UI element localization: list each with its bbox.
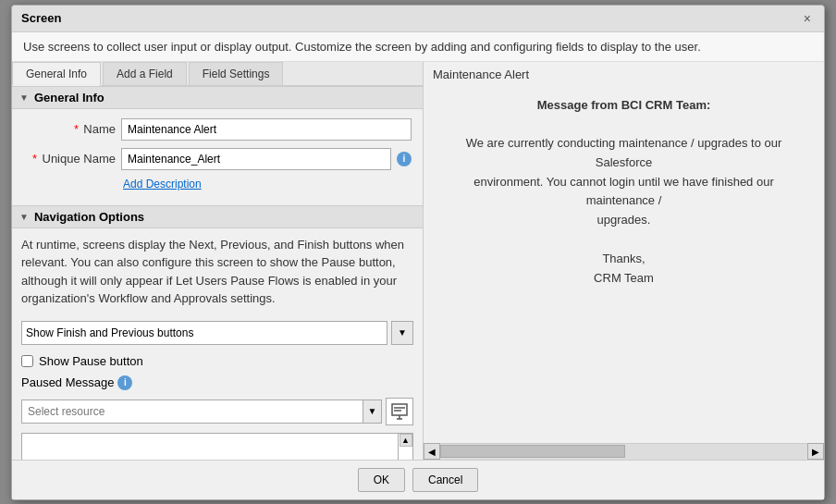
left-panel: General Info Add a Field Field Settings … xyxy=(12,62,424,460)
screen-dialog: Screen × Use screens to collect user inp… xyxy=(11,5,825,500)
text-area-box: ▲ ▼ xyxy=(21,433,413,460)
unique-name-label: * Unique Name xyxy=(23,152,116,166)
close-button[interactable]: × xyxy=(800,11,815,26)
tab-field-settings[interactable]: Field Settings xyxy=(189,62,284,85)
resource-input[interactable] xyxy=(22,400,363,423)
horizontal-scrollbar: ◀ ▶ xyxy=(424,443,824,460)
dialog-body: General Info Add a Field Field Settings … xyxy=(12,62,824,460)
paused-message-label-row: Paused Message i xyxy=(12,372,423,394)
text-area-row: ▲ ▼ xyxy=(12,429,423,460)
text-tool-button[interactable] xyxy=(386,398,413,425)
name-required-star: * xyxy=(74,122,79,136)
general-info-section-header: ▼ General Info xyxy=(12,86,423,109)
unique-name-row: * Unique Name i xyxy=(23,148,412,170)
resource-dropdown-arrow[interactable]: ▼ xyxy=(363,400,381,423)
nav-options-section-header: ▼ Navigation Options xyxy=(12,205,423,228)
resource-row: ▼ xyxy=(12,394,423,429)
preview-body-line3: upgrades. xyxy=(442,211,805,230)
tab-add-field[interactable]: Add a Field xyxy=(103,62,187,85)
preview-body-line1: We are currently conducting maintenance … xyxy=(442,134,805,173)
tab-general-info[interactable]: General Info xyxy=(12,62,101,86)
nav-collapse-icon[interactable]: ▼ xyxy=(19,212,29,222)
paused-message-label-text: Paused Message xyxy=(21,375,114,389)
general-info-form: * Name * Unique Name i xyxy=(12,109,423,205)
show-pause-label: Show Pause button xyxy=(39,354,143,368)
general-info-section-title: General Info xyxy=(34,91,104,104)
nav-options-description: At runtime, screens display the Next, Pr… xyxy=(12,228,423,315)
name-label: * Name xyxy=(23,122,116,136)
tabs-bar: General Info Add a Field Field Settings xyxy=(12,62,423,86)
scroll-thumb xyxy=(440,445,625,458)
ok-button[interactable]: OK xyxy=(358,468,405,492)
paused-message-info-icon[interactable]: i xyxy=(117,375,132,390)
info-text: Use screens to collect user input or dis… xyxy=(23,40,701,54)
name-row: * Name xyxy=(23,118,412,141)
text-area-scroll: ▲ ▼ xyxy=(398,434,412,460)
unique-name-input[interactable] xyxy=(121,148,391,170)
show-pause-checkbox[interactable] xyxy=(21,355,33,367)
preview-body-line2: environment. You cannot login until we h… xyxy=(442,173,805,212)
unique-name-required-star: * xyxy=(32,152,37,166)
show-pause-row: Show Pause button xyxy=(12,350,423,372)
scroll-track[interactable] xyxy=(440,444,807,460)
info-bar: Use screens to collect user input or dis… xyxy=(12,32,824,62)
cancel-button[interactable]: Cancel xyxy=(412,468,478,492)
preview-title: Maintenance Alert xyxy=(433,68,529,81)
preview-signature: CRM Team xyxy=(442,269,805,289)
nav-options-section-title: Navigation Options xyxy=(34,210,144,224)
nav-desc-text: At runtime, screens display the Next, Pr… xyxy=(21,238,404,306)
dialog-title: Screen xyxy=(21,11,61,25)
scroll-left-button[interactable]: ◀ xyxy=(424,443,440,460)
name-input[interactable] xyxy=(121,118,412,141)
preview-content: Message from BCI CRM Team: We are curren… xyxy=(424,87,824,443)
dialog-footer: OK Cancel xyxy=(12,460,824,499)
add-description-link[interactable]: Add Description xyxy=(123,178,412,191)
resource-select-wrap: ▼ xyxy=(21,400,382,424)
nav-dropdown-arrow[interactable]: ▼ xyxy=(391,321,413,345)
nav-dropdown[interactable]: Show Finish and Previous buttons Show Pr… xyxy=(21,321,387,345)
collapse-icon[interactable]: ▼ xyxy=(19,92,29,103)
left-content: ▼ General Info * Name xyxy=(12,86,423,460)
right-panel: Maintenance Alert Message from BCI CRM T… xyxy=(424,62,824,460)
preview-message-from: Message from BCI CRM Team: xyxy=(537,98,711,112)
name-label-text: Name xyxy=(83,122,116,136)
svg-rect-0 xyxy=(392,404,407,415)
preview-header: Maintenance Alert xyxy=(424,62,824,87)
scroll-right-button[interactable]: ▶ xyxy=(807,443,824,460)
preview-thanks: Thanks, xyxy=(442,250,805,269)
text-area-scroll-up[interactable]: ▲ xyxy=(400,434,412,447)
unique-name-info-icon[interactable]: i xyxy=(397,152,412,166)
nav-dropdown-row: Show Finish and Previous buttons Show Pr… xyxy=(12,315,423,350)
unique-name-label-text: Unique Name xyxy=(43,152,117,166)
dialog-header: Screen × xyxy=(12,6,824,32)
